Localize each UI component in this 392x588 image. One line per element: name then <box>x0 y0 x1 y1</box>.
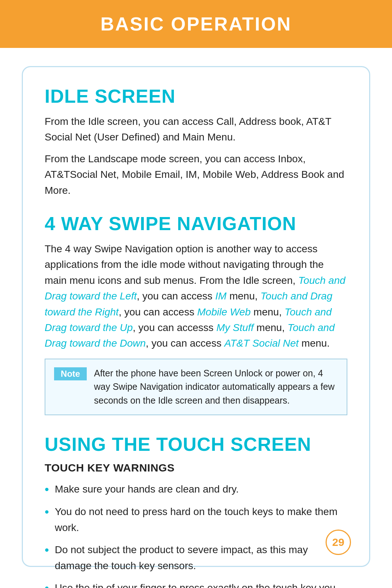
bullet-dot: • <box>45 481 49 497</box>
swipe-text-before: The 4 way Swipe Navigation option is ano… <box>45 243 324 286</box>
page-header: BASIC OPERATION <box>0 0 392 48</box>
list-item: • Use the tip of your finger to press ex… <box>45 580 347 588</box>
content-card: IDLE SCREEN From the Idle screen, you ca… <box>22 66 370 567</box>
swipe-link8: AT&T Social Net <box>224 338 299 349</box>
swipe-text4: , you can access <box>119 306 197 318</box>
note-box: Note After the phone have been Screen Un… <box>45 359 347 416</box>
idle-screen-title: IDLE SCREEN <box>45 85 347 107</box>
idle-screen-paragraph2: From the Landscape mode screen, you can … <box>45 151 347 198</box>
swipe-navigation-body: The 4 way Swipe Navigation option is ano… <box>45 241 347 351</box>
swipe-text5: menu, <box>251 306 285 318</box>
note-text: After the phone have been Screen Unlock … <box>94 367 338 408</box>
swipe-navigation-title: 4 WAY SWIPE NAVIGATION <box>45 213 347 234</box>
swipe-text6: , you can accesss <box>133 322 216 333</box>
swipe-navigation-section: 4 WAY SWIPE NAVIGATION The 4 way Swipe N… <box>45 213 347 415</box>
bullet-text: Make sure your hands are clean and dry. <box>55 481 239 497</box>
bullet-dot: • <box>45 504 49 520</box>
bullet-text: Use the tip of your finger to press exac… <box>55 580 347 588</box>
touch-key-warnings-subtitle: TOUCH KEY WARNINGS <box>45 462 347 474</box>
note-label: Note <box>54 367 87 380</box>
swipe-link6: My Stuff <box>216 322 254 333</box>
swipe-text2: , you can access <box>137 290 215 302</box>
list-item: • Make sure your hands are clean and dry… <box>45 481 347 497</box>
swipe-text8: , you can access <box>146 338 224 349</box>
page-number-badge: 29 <box>326 530 351 555</box>
header-title: BASIC OPERATION <box>101 13 292 34</box>
idle-screen-paragraph1: From the Idle screen, you can access Cal… <box>45 114 347 145</box>
idle-screen-section: IDLE SCREEN From the Idle screen, you ca… <box>45 85 347 198</box>
swipe-text7: menu, <box>254 322 287 333</box>
page-number: 29 <box>332 536 344 548</box>
touch-screen-section: USING THE TOUCH SCREEN TOUCH KEY WARNING… <box>45 433 347 588</box>
bullet-text: Do not subject the product to severe imp… <box>55 542 347 573</box>
swipe-link4: Mobile Web <box>197 306 250 318</box>
touch-key-warnings-list: • Make sure your hands are clean and dry… <box>45 481 347 588</box>
bullet-text: You do not need to press hard on the tou… <box>55 504 347 535</box>
swipe-text3: menu, <box>226 290 260 302</box>
bullet-dot: • <box>45 580 49 588</box>
touch-screen-title: USING THE TOUCH SCREEN <box>45 433 347 455</box>
list-item: • Do not subject the product to severe i… <box>45 542 347 573</box>
page-body: IDLE SCREEN From the Idle screen, you ca… <box>0 48 392 585</box>
swipe-link2: IM <box>215 290 226 302</box>
list-item: • You do not need to press hard on the t… <box>45 504 347 535</box>
swipe-text9: menu. <box>299 338 330 349</box>
bullet-dot: • <box>45 542 49 558</box>
